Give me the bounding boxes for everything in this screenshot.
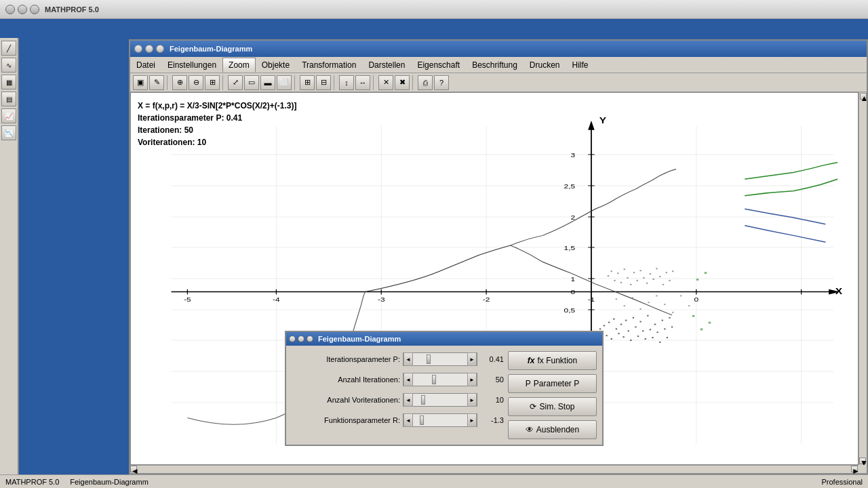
svg-rect-100 xyxy=(663,284,664,285)
tool-arrows2[interactable]: ↔ xyxy=(355,75,370,90)
scroll-right-btn[interactable]: ► xyxy=(851,466,858,472)
menu-transformation[interactable]: Transformation xyxy=(296,58,362,73)
menu-drucken[interactable]: Drucken xyxy=(524,58,566,73)
svg-rect-66 xyxy=(633,317,634,319)
menu-zoom[interactable]: Zoom xyxy=(222,58,256,73)
scroll-left-btn[interactable]: ◄ xyxy=(130,466,137,472)
svg-rect-101 xyxy=(666,272,667,273)
param-p-track[interactable] xyxy=(413,353,467,365)
svg-rect-102 xyxy=(669,280,670,281)
tool-bar[interactable]: ▦ xyxy=(1,75,16,89)
svg-rect-57 xyxy=(611,338,612,340)
tool-draw[interactable]: ✎ xyxy=(149,75,164,90)
svg-rect-82 xyxy=(671,326,673,327)
tool-grid[interactable]: ⊞ xyxy=(300,75,315,90)
sim-stop-button[interactable]: ⟳ Sim. Stop xyxy=(508,397,597,416)
feigen-min-btn[interactable] xyxy=(298,336,304,342)
param-p-right-arrow[interactable]: ► xyxy=(467,352,477,366)
menu-beschriftung[interactable]: Beschriftung xyxy=(466,58,524,73)
menu-darstellen[interactable]: Darstellen xyxy=(362,58,411,73)
tool-wave[interactable]: ∿ xyxy=(1,58,16,73)
param-r-thumb[interactable] xyxy=(420,415,424,425)
feigen-close-btn[interactable] xyxy=(289,336,296,342)
param-preiter-thumb[interactable] xyxy=(421,395,425,405)
param-iter-thumb[interactable] xyxy=(432,375,436,384)
menu-eigenschaft[interactable]: Eigenschaft xyxy=(411,58,466,73)
app-title-bar: Feigenbaum-Diagramm xyxy=(130,41,867,57)
feigenbaum-params: Iterationsparameter P: ◄ ► 0.41 Anzahl I… xyxy=(292,351,504,439)
tool-arrows[interactable]: ↕ xyxy=(339,75,354,90)
param-p-thumb[interactable] xyxy=(427,354,431,364)
param-p-slider[interactable]: ◄ ► xyxy=(403,352,477,366)
menu-hilfe[interactable]: Hilfe xyxy=(566,58,595,73)
app-minimize-btn[interactable] xyxy=(145,45,153,53)
scroll-up-btn[interactable]: ▲ xyxy=(860,93,867,100)
close-btn[interactable] xyxy=(5,5,15,14)
param-r-right-arrow[interactable]: ► xyxy=(467,413,477,427)
svg-rect-80 xyxy=(667,337,668,338)
svg-text:-2: -2 xyxy=(483,296,490,303)
svg-rect-115 xyxy=(696,279,699,281)
svg-rect-111 xyxy=(672,312,673,313)
menu-einstellungen[interactable]: Einstellungen xyxy=(161,58,222,73)
title-bar-text: MATHPROF 5.0 xyxy=(45,5,99,14)
tool-rect3[interactable]: ⬜ xyxy=(277,75,292,90)
maximize-btn[interactable] xyxy=(30,5,39,14)
tool-rect[interactable]: ▭ xyxy=(244,75,259,90)
tool-zoom-plus[interactable]: ⊞ xyxy=(205,75,220,90)
scroll-down-btn[interactable]: ▼ xyxy=(859,458,866,464)
tool-move[interactable]: ⤢ xyxy=(228,75,243,90)
tool-cross[interactable]: ✕ xyxy=(378,75,393,90)
scrollbar-bottom[interactable]: ◄ ► xyxy=(130,465,859,473)
tool-grid2[interactable]: ⊟ xyxy=(316,75,331,90)
app-maximize-btn[interactable] xyxy=(156,45,164,53)
param-preiter-track[interactable] xyxy=(413,394,467,406)
app-close-btn[interactable] xyxy=(134,45,142,53)
param-iter-left-arrow[interactable]: ◄ xyxy=(403,373,413,386)
scrollbar-right[interactable]: ▲ ▼ xyxy=(859,92,867,465)
svg-text:-4: -4 xyxy=(273,296,280,303)
param-preiter-right-arrow[interactable]: ► xyxy=(467,393,477,407)
feigen-max-btn[interactable] xyxy=(307,336,313,342)
svg-rect-85 xyxy=(614,280,615,281)
svg-rect-54 xyxy=(604,325,605,327)
minimize-btn[interactable] xyxy=(18,5,27,14)
menu-datei[interactable]: Datei xyxy=(130,58,161,73)
svg-rect-107 xyxy=(639,308,641,310)
svg-text:1: 1 xyxy=(570,275,575,283)
param-iter-right-arrow[interactable]: ► xyxy=(467,373,477,386)
tool-cross2[interactable]: ✖ xyxy=(395,75,410,90)
param-p-left-arrow[interactable]: ◄ xyxy=(403,352,413,366)
param-iter-slider[interactable]: ◄ ► xyxy=(403,373,477,386)
svg-rect-117 xyxy=(705,272,707,274)
svg-rect-70 xyxy=(642,330,644,331)
param-preiter-left-arrow[interactable]: ◄ xyxy=(403,393,413,407)
tool-help[interactable]: ? xyxy=(434,75,449,90)
tool-zoom-in[interactable]: ⊕ xyxy=(172,75,187,90)
param-r-track[interactable] xyxy=(413,414,467,426)
funktion-button[interactable]: fx fx Funktion xyxy=(508,351,597,370)
tool-print[interactable]: ⎙ xyxy=(418,75,433,90)
tool-area[interactable]: ▤ xyxy=(1,92,16,106)
scrollbar-corner xyxy=(859,465,867,473)
tool-rect2[interactable]: ▬ xyxy=(260,75,275,90)
parameter-p-button[interactable]: P Parameter P xyxy=(508,374,597,393)
tool-chart1[interactable]: 📈 xyxy=(1,108,16,123)
tool-zoom-out[interactable]: ⊖ xyxy=(189,75,203,90)
param-preiter-slider[interactable]: ◄ ► xyxy=(403,393,477,407)
tool-chart2[interactable]: 📉 xyxy=(1,125,16,140)
ausblenden-button[interactable]: 👁 Ausblenden xyxy=(508,420,597,439)
menu-bar: Datei Einstellungen Zoom Objekte Transfo… xyxy=(130,57,867,73)
menu-objekte[interactable]: Objekte xyxy=(256,58,296,73)
param-r-left-arrow[interactable]: ◄ xyxy=(403,413,413,427)
tool-line[interactable]: ╱ xyxy=(1,41,16,56)
tool-select[interactable]: ▣ xyxy=(133,75,148,90)
svg-text:-5: -5 xyxy=(184,296,191,303)
param-r-slider[interactable]: ◄ ► xyxy=(403,413,477,427)
svg-rect-74 xyxy=(652,337,653,338)
svg-text:-1: -1 xyxy=(588,296,595,303)
param-iter-track[interactable] xyxy=(413,373,467,386)
svg-text:2,5: 2,5 xyxy=(564,182,576,190)
app-title-text: Feigenbaum-Diagramm xyxy=(170,45,252,53)
svg-rect-110 xyxy=(664,304,665,305)
